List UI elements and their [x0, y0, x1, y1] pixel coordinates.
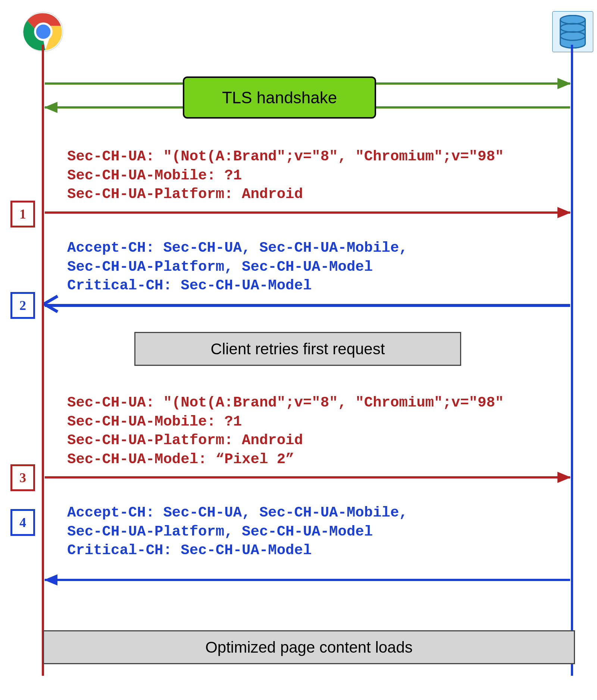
request1-headers: Sec-CH-UA: "(Not(A:Brand";v="8", "Chromi… [67, 147, 541, 204]
tls-handshake-label: TLS handshake [183, 76, 376, 119]
step-2-marker: 2 [10, 292, 35, 319]
request2-headers: Sec-CH-UA: "(Not(A:Brand";v="8", "Chromi… [67, 393, 541, 469]
retry-note: Client retries first request [134, 332, 461, 366]
server-lifeline [571, 45, 573, 676]
response2-headers: Accept-CH: Sec-CH-UA, Sec-CH-UA-Mobile, … [67, 503, 541, 560]
response1-headers: Accept-CH: Sec-CH-UA, Sec-CH-UA-Mobile, … [67, 239, 541, 295]
loads-note: Optimized page content loads [43, 630, 575, 664]
sequence-diagram: TLS handshake Sec-CH-UA: "(Not(A:Brand";… [0, 0, 597, 700]
step-1-marker: 1 [10, 201, 35, 227]
step-3-marker: 3 [10, 464, 35, 491]
step-4-marker: 4 [10, 509, 35, 536]
